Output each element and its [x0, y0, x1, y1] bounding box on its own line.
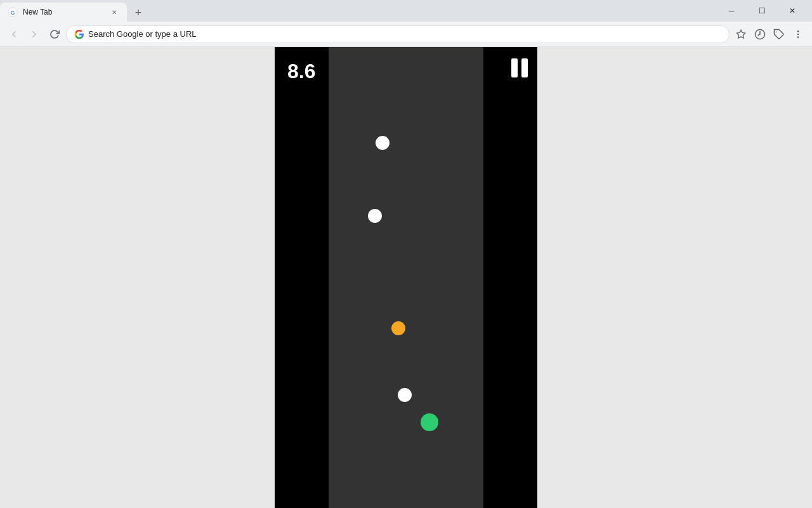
side-panel-left — [275, 47, 329, 508]
toolbar-actions — [732, 25, 807, 43]
chrome-browser: G New Tab ✕ + ─ ☐ ✕ — [0, 0, 812, 508]
tab-title: New Tab — [23, 8, 104, 17]
pause-bar-left — [511, 58, 518, 77]
active-tab[interactable]: G New Tab ✕ — [0, 3, 127, 22]
svg-point-5 — [797, 30, 799, 32]
side-panel-right — [483, 47, 537, 508]
window-controls: ─ ☐ ✕ — [717, 0, 812, 22]
close-button[interactable]: ✕ — [778, 0, 807, 22]
ball-3 — [391, 321, 405, 335]
score-display: 8.6 — [287, 60, 315, 83]
svg-point-7 — [797, 36, 799, 38]
svg-text:G: G — [10, 10, 15, 16]
content-area: 8.6 — [0, 47, 812, 508]
back-button[interactable] — [5, 25, 23, 43]
address-bar[interactable]: Search Google or type a URL — [66, 25, 730, 43]
pause-button[interactable] — [511, 58, 528, 77]
minimize-button[interactable]: ─ — [717, 0, 746, 22]
play-area — [329, 47, 483, 508]
menu-button[interactable] — [789, 25, 807, 43]
pause-bar-right — [521, 58, 528, 77]
toolbar: Search Google or type a URL — [0, 22, 812, 47]
address-text: Search Google or type a URL — [88, 29, 721, 39]
tab-close-button[interactable]: ✕ — [109, 7, 119, 17]
extensions-button[interactable] — [770, 25, 788, 43]
svg-point-6 — [797, 33, 799, 35]
ball-5 — [421, 413, 438, 431]
reload-button[interactable] — [46, 25, 63, 43]
google-logo — [74, 29, 84, 39]
clock-button[interactable] — [751, 25, 769, 43]
new-tab-button[interactable]: + — [129, 4, 147, 22]
title-bar: G New Tab ✕ + ─ ☐ ✕ — [0, 0, 812, 22]
bookmark-button[interactable] — [732, 25, 750, 43]
maximize-button[interactable]: ☐ — [747, 0, 776, 22]
tab-favicon: G — [8, 7, 18, 17]
ball-4 — [398, 388, 412, 402]
svg-marker-2 — [737, 30, 745, 38]
forward-button[interactable] — [25, 25, 43, 43]
tab-strip: G New Tab ✕ + — [0, 0, 717, 22]
game-container[interactable]: 8.6 — [275, 47, 537, 508]
